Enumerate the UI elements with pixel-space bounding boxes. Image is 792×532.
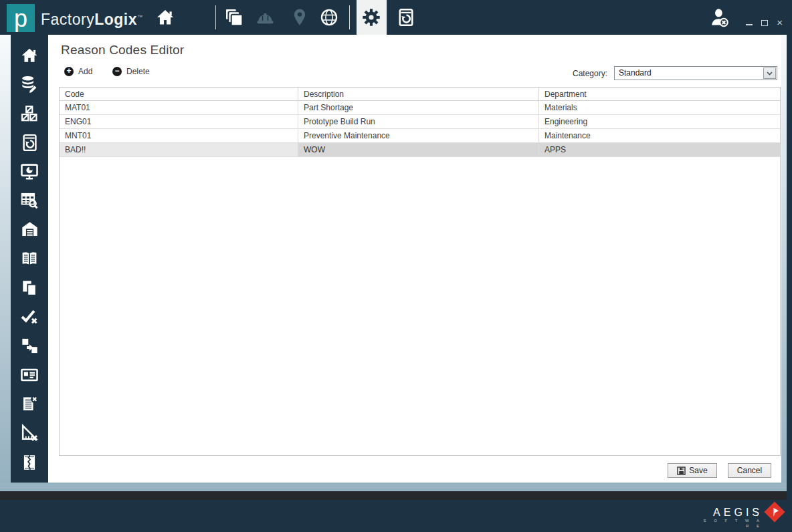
table-search-icon [19,190,39,211]
delete-button-label: Delete [126,67,150,76]
cell-description[interactable]: Preventive Maintenance [298,129,539,142]
sidebar-item-database-restore[interactable] [11,128,48,158]
sidebar-item-documentation[interactable] [11,245,48,274]
table-row[interactable]: MNT01 Preventive Maintenance Maintenance [60,129,780,143]
user-signout-icon[interactable] [708,6,730,29]
aegis-brand-text: AEGIS [696,507,763,518]
sidebar-item-verify[interactable] [11,303,48,332]
cell-description[interactable]: Part Shortage [298,101,539,114]
id-card-icon [19,365,39,385]
save-button[interactable]: Save [668,463,717,478]
stacked-pages-icon[interactable] [223,7,245,28]
column-header-code[interactable]: Code [60,88,298,100]
sidebar-item-dashboard[interactable] [11,157,48,186]
cell-department[interactable]: APPS [539,143,780,156]
cell-code[interactable]: ENG01 [60,115,298,128]
database-restore-icon[interactable] [396,7,416,27]
add-button[interactable]: + Add [64,67,92,76]
gear-icon[interactable] [357,0,387,35]
sidebar [11,35,48,483]
sidebar-item-transfer[interactable] [11,331,48,361]
sidebar-item-materials[interactable] [11,99,48,128]
right-edge-strip [781,35,787,491]
sidebar-item-data-query[interactable] [11,186,48,216]
save-button-label: Save [689,466,707,475]
sidebar-item-torn-record[interactable] [11,448,48,477]
bottom-light-strip [0,483,787,491]
sidebar-item-data-editor[interactable] [11,70,48,100]
crates-icon [20,104,39,123]
reason-codes-table: Code Description Department MAT01 Part S… [59,87,781,456]
page-title: Reason Codes Editor [61,43,184,57]
right-border [787,0,792,532]
close-button[interactable]: × [777,19,783,27]
table-header-row: Code Description Department [60,88,780,101]
sidebar-item-badge[interactable] [11,361,48,390]
minus-circle-icon: − [112,67,122,76]
home-icon[interactable] [155,8,175,27]
factorylogix-window: p FactoryLogix™ [0,0,792,532]
cell-description[interactable]: Prototype Build Run [298,115,539,128]
titlebar-divider [215,5,216,29]
category-label: Category: [571,69,607,78]
aegis-flag-icon [767,503,783,521]
sidebar-item-measure-remove[interactable] [11,419,48,448]
open-book-icon [19,249,39,269]
cell-department[interactable]: Engineering [539,115,780,128]
minimize-button[interactable] [746,20,753,25]
cell-code[interactable]: MNT01 [60,129,298,142]
database-edit-icon [19,74,39,94]
cell-department[interactable]: Materials [539,101,780,114]
bottom-dark-strip [0,491,787,500]
aegis-brand-subtext: S O F T W A R E [696,518,763,529]
sidebar-item-batch-documents[interactable] [11,273,48,303]
table-row-selected[interactable]: BAD!! WOW APPS [60,143,780,157]
copy-pages-icon [20,279,39,297]
check-cross-icon [19,307,39,327]
table-row[interactable]: MAT01 Part Shortage Materials [60,101,780,115]
app-logo: p [7,4,35,32]
left-edge-strip [0,35,11,491]
titlebar-divider [349,5,350,29]
backup-book-icon [20,133,39,152]
ruler-remove-icon [19,423,39,443]
titlebar: p FactoryLogix™ [0,0,792,35]
cell-code[interactable]: MAT01 [60,101,298,114]
category-dropdown[interactable]: Standard [614,66,777,80]
column-header-description[interactable]: Description [298,88,539,100]
sidebar-item-warehouse[interactable] [11,215,48,245]
brand-name: FactoryLogix™ [41,7,142,28]
list-remove-icon [20,394,39,414]
map-pin-icon[interactable] [290,7,309,28]
table-row[interactable]: ENG01 Prototype Build Run Engineering [60,115,780,129]
plus-circle-icon: + [64,67,74,76]
box-transfer-icon [20,336,39,356]
footer-bar [0,500,792,532]
maximize-button[interactable] [761,20,768,26]
cancel-button-label: Cancel [737,466,762,475]
monitor-chart-icon [19,162,39,182]
column-header-department[interactable]: Department [539,88,780,100]
warehouse-icon [20,220,39,239]
main-content: Reason Codes Editor + Add − Delete Categ… [48,35,781,483]
delete-button[interactable]: − Delete [112,67,150,76]
hardhat-icon[interactable] [255,7,276,28]
aegis-logo: AEGIS S O F T W A R E [696,507,763,529]
cell-department[interactable]: Maintenance [539,129,780,142]
house-icon [20,47,39,64]
category-value: Standard [619,67,652,80]
sidebar-item-checklist-remove[interactable] [11,390,48,419]
globe-icon[interactable] [319,7,339,27]
sidebar-item-home[interactable] [11,41,48,70]
cell-description[interactable]: WOW [298,143,539,156]
add-button-label: Add [78,67,92,76]
dropdown-arrow-button[interactable] [763,68,776,79]
torn-page-icon [20,453,39,472]
chevron-down-icon [767,72,773,76]
save-floppy-icon [677,467,686,475]
cell-code[interactable]: BAD!! [60,143,298,156]
cancel-button[interactable]: Cancel [728,463,771,478]
